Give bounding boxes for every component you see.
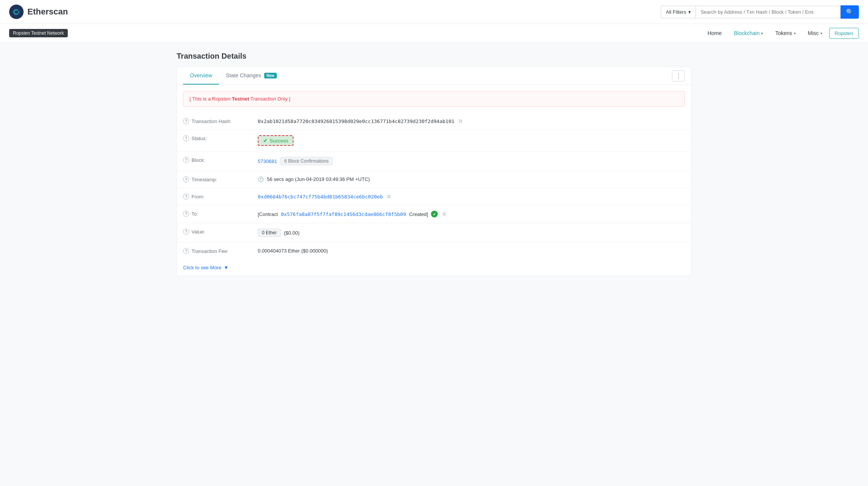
network-badge: Ropsten Testnet Network [9, 29, 68, 37]
main-content: Transaction Details Overview State Chang… [168, 43, 700, 285]
tokens-chevron-icon: ▾ [794, 31, 796, 35]
block-value: 5730681 6 Block Confirmations [258, 157, 685, 165]
to-help-icon[interactable]: ? [183, 211, 189, 217]
nav-misc[interactable]: Misc ▾ [803, 24, 828, 42]
status-value: ✔ Success [258, 135, 685, 146]
ropsten-network-button[interactable]: Ropsten [829, 28, 859, 39]
page-title: Transaction Details [177, 52, 691, 61]
etherscan-logo-icon [9, 5, 24, 19]
transaction-hash-help-icon[interactable]: ? [183, 118, 189, 124]
value-help-icon[interactable]: ? [183, 229, 189, 235]
nav-blockchain[interactable]: Blockchain ▾ [729, 24, 769, 42]
to-suffix: Created] [409, 211, 428, 217]
confirmations-badge: 6 Block Confirmations [280, 157, 333, 165]
to-copy-icon[interactable]: ⧉ [441, 211, 447, 217]
nav-tokens[interactable]: Tokens ▾ [770, 24, 801, 42]
block-row: ? Block: 5730681 6 Block Confirmations [177, 152, 691, 171]
tabs-list: Overview State Changes New [183, 67, 284, 85]
timestamp-label: ? Timestamp: [183, 176, 252, 182]
svg-point-1 [11, 6, 22, 17]
fee-row: ? Transaction Fee: 0.000404073 Ether ($0… [177, 243, 691, 259]
status-help-icon[interactable]: ? [183, 135, 189, 141]
value-usd: ($0.00) [284, 230, 300, 236]
tabs-header: Overview State Changes New ⋮ [177, 67, 691, 85]
to-row: ? To: [Contract 0x576fa8a87f5f7faf89c145… [177, 205, 691, 223]
logo-area: Etherscan [9, 5, 68, 19]
ropsten-alert: [ This is a Ropsten Testnet Transaction … [183, 91, 685, 107]
status-label: ? Status: [183, 135, 252, 141]
tabs-container: Overview State Changes New ⋮ [ This is a… [177, 67, 691, 276]
alert-bold: Testnet [232, 96, 249, 102]
logo-text: Etherscan [27, 7, 68, 17]
to-label: ? To: [183, 211, 252, 217]
search-input[interactable] [696, 6, 841, 18]
nav-misc-label: Misc [808, 30, 819, 36]
transaction-hash-label: ? Transaction Hash: [183, 118, 252, 124]
tab-overview-label: Overview [190, 72, 212, 78]
timestamp-help-icon[interactable]: ? [183, 176, 189, 182]
from-label: ? From: [183, 193, 252, 200]
transaction-hash-value: 0x2ab1021d58a7720c834926815398d029e0cc13… [258, 118, 685, 124]
success-badge: ✔ Success [258, 135, 294, 146]
block-label: ? Block: [183, 157, 252, 163]
timestamp-value: 🕐 56 secs ago (Jun-04-2019 03:49:36 PM +… [258, 176, 685, 182]
nav-links: Home Blockchain ▾ Tokens ▾ Misc ▾ Ropste… [702, 24, 859, 42]
block-number-link[interactable]: 5730681 [258, 158, 277, 164]
tab-overview[interactable]: Overview [183, 67, 219, 85]
new-badge: New [264, 73, 277, 78]
value-value: 0 Ether ($0.00) [258, 229, 685, 237]
filter-chevron-icon: ▾ [688, 9, 691, 15]
fee-label: ? Transaction Fee: [183, 248, 252, 254]
value-label: ? Value: [183, 229, 252, 235]
see-more-label: Click to see More [183, 265, 221, 270]
nav-blockchain-label: Blockchain [734, 30, 760, 36]
to-value: [Contract 0x576fa8a87f5f7faf89c1456d3cda… [258, 211, 685, 217]
from-copy-icon[interactable]: ⧉ [386, 193, 392, 200]
from-address-link[interactable]: 0xd0664b76cbc747cf75b4bd81b65834ce6bc020… [258, 194, 383, 200]
header-top: Etherscan All Filters ▾ 🔍 [0, 0, 868, 24]
block-help-icon[interactable]: ? [183, 157, 189, 163]
transaction-hash-row: ? Transaction Hash: 0x2ab1021d58a7720c83… [177, 113, 691, 130]
nav-home-label: Home [707, 30, 721, 36]
header-nav: Ropsten Testnet Network Home Blockchain … [0, 24, 868, 43]
see-more-arrow-icon: ▼ [223, 265, 228, 270]
misc-chevron-icon: ▾ [820, 31, 822, 35]
fee-help-icon[interactable]: ? [183, 248, 189, 254]
more-options-button[interactable]: ⋮ [672, 70, 685, 82]
alert-suffix: Transaction Only ] [249, 96, 290, 102]
value-row: ? Value: 0 Ether ($0.00) [177, 223, 691, 243]
alert-prefix: [ This is a Ropsten [190, 96, 232, 102]
to-prefix: [Contract [258, 211, 278, 217]
nav-tokens-label: Tokens [775, 30, 792, 36]
tab-state-changes[interactable]: State Changes New [219, 67, 283, 85]
details-table: ? Transaction Hash: 0x2ab1021d58a7720c83… [177, 113, 691, 259]
fee-value: 0.000404073 Ether ($0.000000) [258, 248, 685, 254]
from-help-icon[interactable]: ? [183, 193, 189, 200]
tab-state-changes-label: State Changes [226, 72, 261, 78]
success-check-icon: ✔ [263, 137, 268, 144]
search-area: All Filters ▾ 🔍 [661, 5, 859, 19]
ether-value-badge: 0 Ether [258, 229, 281, 237]
blockchain-chevron-icon: ▾ [761, 31, 763, 35]
clock-icon: 🕐 [258, 176, 264, 182]
filter-label: All Filters [666, 9, 686, 15]
status-row: ? Status: ✔ Success [177, 130, 691, 152]
search-button[interactable]: 🔍 [841, 5, 859, 19]
transaction-hash-copy-icon[interactable]: ⧉ [458, 118, 464, 124]
filter-dropdown[interactable]: All Filters ▾ [661, 6, 696, 18]
timestamp-row: ? Timestamp: 🕐 56 secs ago (Jun-04-2019 … [177, 171, 691, 188]
from-value: 0xd0664b76cbc747cf75b4bd81b65834ce6bc020… [258, 193, 685, 200]
to-address-link[interactable]: 0x576fa8a87f5f7faf89c1456d3cdae866cf8f5b… [281, 211, 406, 217]
contract-verified-icon: ✔ [431, 211, 438, 217]
from-row: ? From: 0xd0664b76cbc747cf75b4bd81b65834… [177, 188, 691, 205]
nav-home[interactable]: Home [702, 24, 727, 42]
see-more-button[interactable]: Click to see More ▼ [177, 259, 691, 276]
